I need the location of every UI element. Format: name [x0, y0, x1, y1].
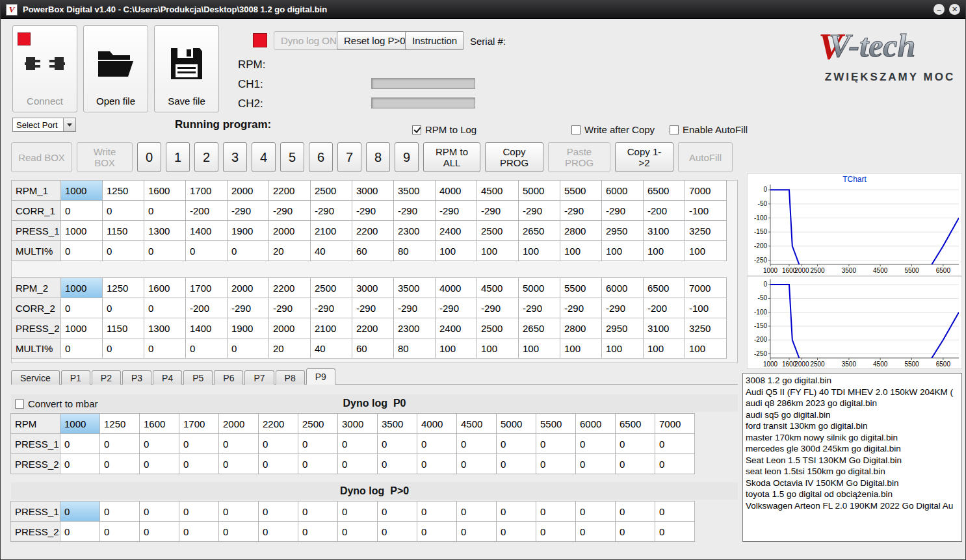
cell-press-2-7[interactable]: 0	[337, 521, 378, 542]
cell-rpm-2-3[interactable]: 1700	[185, 277, 228, 298]
rpm-to-all-button[interactable]: RPM to ALL	[423, 142, 480, 172]
cell-corr-1-9[interactable]: -290	[435, 200, 477, 221]
cell-rpm-12[interactable]: 5500	[536, 413, 576, 434]
cell-press-1-1[interactable]: 0	[99, 501, 140, 522]
cell-corr-2-15[interactable]: -100	[685, 298, 727, 318]
cell-rpm-2-4[interactable]: 2000	[227, 277, 269, 298]
cell-press-2-0[interactable]: 0	[60, 453, 100, 474]
cell-multi--3[interactable]: 0	[185, 240, 228, 261]
cell-press-2-5[interactable]: 2000	[268, 318, 311, 338]
cell-multi--15[interactable]: 100	[685, 240, 727, 261]
cell-press-1-6[interactable]: 0	[298, 501, 338, 522]
cell-corr-2-7[interactable]: -290	[352, 298, 394, 318]
digit-7-button[interactable]: 7	[337, 142, 361, 172]
cell-multi--6[interactable]: 40	[310, 338, 352, 359]
autofill-button[interactable]: AutoFill	[678, 142, 733, 172]
cell-rpm-1-13[interactable]: 6000	[601, 180, 644, 201]
cell-press-1-13[interactable]: 0	[575, 501, 616, 522]
cell-press-1-3[interactable]: 0	[179, 501, 219, 522]
cell-press-1-13[interactable]: 0	[575, 433, 616, 454]
cell-press-1-5[interactable]: 0	[258, 433, 298, 454]
cell-corr-1-4[interactable]: -290	[227, 200, 269, 221]
digit-6-button[interactable]: 6	[309, 142, 333, 172]
tab-p5[interactable]: P5	[183, 370, 213, 385]
cell-press-2-10[interactable]: 0	[456, 521, 497, 542]
cell-multi--7[interactable]: 60	[352, 338, 394, 359]
cell-press-2-12[interactable]: 0	[536, 521, 576, 542]
convert-to-mbar-checkbox[interactable]: Convert to mbar	[15, 398, 98, 409]
cell-press-2-0[interactable]: 1000	[60, 318, 103, 338]
cell-press-2-7[interactable]: 0	[337, 453, 378, 474]
cell-rpm-1-0[interactable]: 1000	[60, 180, 103, 201]
cell-rpm-8[interactable]: 3500	[377, 413, 417, 434]
cell-press-2-5[interactable]: 0	[258, 453, 298, 474]
cell-multi--8[interactable]: 80	[393, 338, 436, 359]
cell-multi--10[interactable]: 100	[476, 240, 519, 261]
cell-press-2-9[interactable]: 0	[417, 521, 457, 542]
cell-multi--13[interactable]: 100	[601, 338, 644, 359]
file-list-item[interactable]: seat leon 1.5tsi 150km go digital.bin	[743, 466, 961, 477]
cell-press-1-8[interactable]: 0	[377, 433, 417, 454]
cell-rpm-2-12[interactable]: 5500	[560, 277, 602, 298]
cell-rpm-2-8[interactable]: 3500	[393, 277, 436, 298]
cell-multi--11[interactable]: 100	[518, 338, 560, 359]
cell-press-1-10[interactable]: 0	[456, 433, 497, 454]
cell-multi--5[interactable]: 20	[268, 338, 311, 359]
cell-press-1-10[interactable]: 2500	[476, 220, 519, 241]
cell-multi--4[interactable]: 0	[227, 338, 269, 359]
cell-corr-1-10[interactable]: -290	[476, 200, 519, 221]
cell-rpm-1-4[interactable]: 2000	[227, 180, 269, 201]
cell-press-2-4[interactable]: 0	[218, 521, 259, 542]
cell-rpm-1-1[interactable]: 1250	[102, 180, 144, 201]
tab-p8[interactable]: P8	[276, 370, 305, 385]
cell-multi--12[interactable]: 100	[560, 240, 602, 261]
rpm-to-log-checkbox[interactable]: RPM to Log	[412, 124, 476, 135]
cell-press-2-2[interactable]: 0	[139, 521, 179, 542]
cell-multi--1[interactable]: 0	[102, 240, 144, 261]
cell-press-1-9[interactable]: 0	[417, 433, 457, 454]
cell-press-2-8[interactable]: 0	[377, 453, 417, 474]
cell-rpm-10[interactable]: 4500	[456, 413, 497, 434]
cell-press-2-8[interactable]: 2300	[393, 318, 436, 338]
cell-rpm-1-3[interactable]: 1700	[185, 180, 228, 201]
cell-rpm-1-8[interactable]: 3500	[393, 180, 436, 201]
cell-press-2-14[interactable]: 0	[615, 453, 655, 474]
cell-multi--9[interactable]: 100	[435, 240, 477, 261]
cell-rpm-1-14[interactable]: 6500	[643, 180, 685, 201]
cell-press-2-4[interactable]: 1900	[227, 318, 269, 338]
cell-press-1-0[interactable]: 0	[60, 501, 100, 522]
cell-press-2-5[interactable]: 0	[258, 521, 298, 542]
cell-corr-1-7[interactable]: -290	[352, 200, 394, 221]
cell-corr-2-5[interactable]: -290	[268, 298, 311, 318]
open-file-button[interactable]: Open file	[83, 25, 148, 112]
digit-8-button[interactable]: 8	[366, 142, 390, 172]
cell-corr-1-11[interactable]: -290	[518, 200, 560, 221]
cell-press-2-12[interactable]: 2800	[560, 318, 602, 338]
cell-press-2-13[interactable]: 0	[575, 453, 616, 474]
cell-multi--2[interactable]: 0	[144, 240, 186, 261]
cell-rpm-2-0[interactable]: 1000	[60, 277, 103, 298]
cell-rpm-3[interactable]: 1700	[179, 413, 219, 434]
cell-press-1-14[interactable]: 0	[615, 433, 655, 454]
write-box-button[interactable]: Write BOX	[77, 142, 133, 172]
cell-multi--11[interactable]: 100	[518, 240, 560, 261]
cell-multi--0[interactable]: 0	[60, 240, 103, 261]
cell-multi--1[interactable]: 0	[102, 338, 144, 359]
connect-button[interactable]: Connect	[12, 25, 77, 112]
cell-multi--8[interactable]: 80	[393, 240, 436, 261]
copy-prog-button[interactable]: Copy PROG	[485, 142, 543, 172]
cell-rpm-5[interactable]: 2200	[258, 413, 298, 434]
cell-corr-2-4[interactable]: -290	[227, 298, 269, 318]
digit-9-button[interactable]: 9	[395, 142, 419, 172]
cell-press-1-13[interactable]: 2950	[601, 220, 644, 241]
cell-multi--3[interactable]: 0	[185, 338, 228, 359]
cell-rpm-1-7[interactable]: 3000	[352, 180, 394, 201]
cell-press-2-8[interactable]: 0	[377, 521, 417, 542]
cell-multi--14[interactable]: 100	[643, 240, 685, 261]
file-list-item[interactable]: audi q8 286km 2023 go digital.bin	[743, 398, 961, 409]
cell-press-2-3[interactable]: 1400	[185, 318, 228, 338]
cell-corr-1-1[interactable]: 0	[102, 200, 144, 221]
cell-corr-2-6[interactable]: -290	[310, 298, 352, 318]
copy-1-to-2-button[interactable]: Copy 1->2	[615, 142, 673, 172]
cell-press-2-10[interactable]: 2500	[476, 318, 519, 338]
